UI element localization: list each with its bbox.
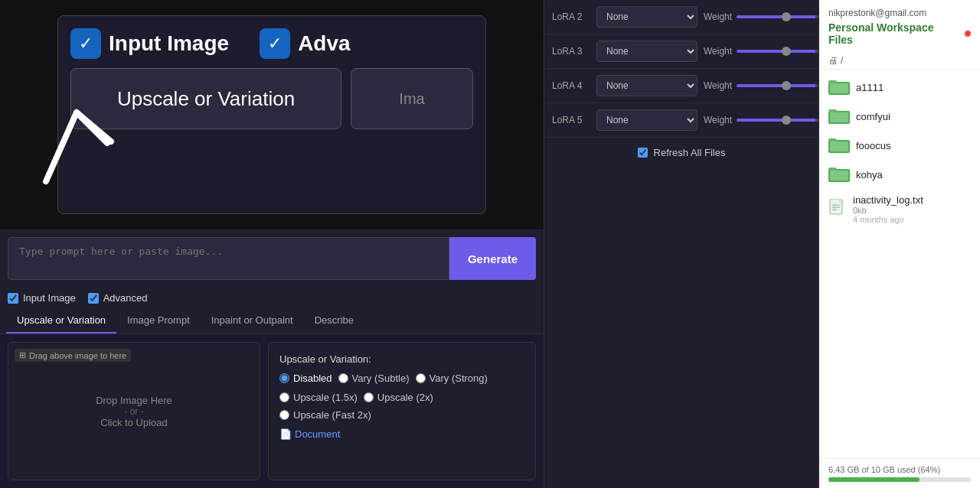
lora-3-weight-label: Weight xyxy=(704,46,732,57)
or-text: - or - xyxy=(96,406,172,417)
radio-disabled-label: Disabled xyxy=(293,373,332,384)
advanced-preview-item: ✓ Adva xyxy=(260,28,350,59)
radio-upscale-2-input[interactable] xyxy=(364,392,374,402)
tab-upscale-variation[interactable]: Upscale or Variation xyxy=(6,308,116,333)
radio-upscale-1-5[interactable]: Upscale (1.5x) xyxy=(279,392,358,403)
file-item-comfyui[interactable]: comfyui xyxy=(819,102,980,131)
lora-4-select[interactable]: None xyxy=(596,75,697,96)
folder-icon-comfyui xyxy=(828,107,850,125)
input-image-preview-label: Input Image xyxy=(109,31,229,56)
radio-upscale-2[interactable]: Upscale (2x) xyxy=(364,392,433,403)
drop-zone[interactable]: ⊞ Drag above image to here Drop Image He… xyxy=(8,342,260,480)
file-item-inactivity-log[interactable]: inactivity_log.txt 0kb 4 months ago xyxy=(819,189,980,229)
svg-rect-5 xyxy=(828,109,837,112)
radio-upscale-fast-2[interactable]: Upscale (Fast 2x) xyxy=(279,409,371,421)
radio-upscale-fast-2-input[interactable] xyxy=(279,410,289,420)
variation-title: Upscale or Variation: xyxy=(279,353,524,365)
svg-rect-8 xyxy=(828,138,837,142)
storage-bar-area: 6.43 GB of 10 GB used (64%) xyxy=(819,458,980,488)
lora-5-label: LoRA 5 xyxy=(552,115,590,125)
workspace-title: Personal Workspace Files xyxy=(819,20,980,52)
breadcrumb-separator: / xyxy=(841,55,843,66)
radio-disabled-input[interactable] xyxy=(279,373,289,383)
advanced-check-icon: ✓ xyxy=(260,28,290,59)
preview-top-row: ✓ Input Image ✓ Adva xyxy=(70,28,473,59)
drop-text: Drop Image Here - or - Click to Upload xyxy=(96,395,172,428)
checkboxes-row: Input Image Advanced xyxy=(0,288,544,308)
radio-vary-strong-input[interactable] xyxy=(416,373,426,383)
file-name-inactivity-log: inactivity_log.txt xyxy=(853,194,923,206)
lora-4-weight-slider[interactable] xyxy=(737,84,819,87)
input-image-checkbox-item[interactable]: Input Image xyxy=(8,292,76,304)
svg-rect-11 xyxy=(828,168,837,171)
radio-upscale-1-5-input[interactable] xyxy=(279,392,289,402)
user-email: nikprestonk@gmail.com xyxy=(819,0,980,20)
tab-inpaint-outpaint[interactable]: Inpaint or Outpaint xyxy=(201,308,304,333)
file-item-fooocus[interactable]: fooocus xyxy=(819,131,980,160)
doc-icon: 📄 xyxy=(279,428,292,440)
workspace-status-dot xyxy=(965,31,971,37)
refresh-row: Refresh All Files xyxy=(544,138,818,168)
lora-4-label: LoRA 4 xyxy=(552,80,590,91)
refresh-checkbox[interactable] xyxy=(638,148,648,158)
right-panel: nikprestonk@gmail.com Personal Workspace… xyxy=(819,0,980,488)
lora-2-weight-label: Weight xyxy=(704,11,732,22)
left-panel: ✓ Input Image ✓ Adva Upscale or Variatio… xyxy=(0,0,544,488)
radio-vary-strong[interactable]: Vary (Strong) xyxy=(416,373,488,384)
folder-icon-a1111 xyxy=(828,78,850,96)
svg-rect-14 xyxy=(839,199,842,202)
lora-2-select[interactable]: None xyxy=(596,6,697,28)
radio-disabled[interactable]: Disabled xyxy=(279,373,332,384)
file-name-fooocus: fooocus xyxy=(856,140,891,151)
preview-area: ✓ Input Image ✓ Adva Upscale or Variatio… xyxy=(0,0,544,229)
prompt-input[interactable] xyxy=(8,237,449,280)
radio-upscale-2-label: Upscale (2x) xyxy=(377,392,433,403)
advanced-checkbox-label: Advanced xyxy=(103,292,148,304)
document-link[interactable]: 📄 Document xyxy=(279,428,524,440)
generate-button[interactable]: Generate xyxy=(449,237,536,280)
storage-bar-bg xyxy=(828,477,971,482)
lora-row-3: LoRA 3 None Weight 1 xyxy=(544,34,818,69)
tab-describe[interactable]: Describe xyxy=(304,308,364,333)
folder-icon-fooocus xyxy=(828,136,850,155)
advanced-checkbox-item[interactable]: Advanced xyxy=(88,292,148,304)
radio-vary-subtle-input[interactable] xyxy=(338,373,348,383)
variation-panel: Upscale or Variation: Disabled Vary (Sub… xyxy=(268,342,536,480)
file-item-a1111[interactable]: a1111 xyxy=(819,73,980,102)
lora-5-weight-slider[interactable] xyxy=(737,119,819,122)
radio-upscale-1-5-label: Upscale (1.5x) xyxy=(293,392,358,403)
variation-radio-group-row2: Upscale (1.5x) Upscale (2x) Upscale (Fas… xyxy=(279,392,524,421)
file-icon-inactivity-log xyxy=(828,199,847,220)
file-size-inactivity-log: 0kb xyxy=(853,206,923,215)
lora-5-select[interactable]: None xyxy=(596,109,697,131)
breadcrumb: 🖨 / xyxy=(819,52,980,70)
svg-rect-3 xyxy=(830,83,848,93)
drag-badge: ⊞ Drag above image to here xyxy=(15,349,131,362)
file-name-comfyui: comfyui xyxy=(856,111,890,122)
variation-radio-group-row1: Disabled Vary (Subtle) Vary (Strong) xyxy=(279,373,524,384)
tab-image-prompt[interactable]: Image Prompt xyxy=(116,308,201,333)
lora-4-weight-label: Weight xyxy=(704,80,732,91)
doc-link-text: Document xyxy=(295,428,340,440)
lora-2-weight-slider[interactable] xyxy=(737,15,819,18)
lora-3-label: LoRA 3 xyxy=(552,46,590,57)
middle-panel: LoRA 2 None Weight 1 LoRA 3 None Weight … xyxy=(544,0,819,488)
breadcrumb-printer-icon: 🖨 xyxy=(828,55,838,66)
tab-content: ⊞ Drag above image to here Drop Image He… xyxy=(0,334,544,488)
image-preview-btn[interactable]: Ima xyxy=(351,68,473,129)
lora-row-4: LoRA 4 None Weight 1 xyxy=(544,69,818,103)
preview-bottom-row: Upscale or Variation Ima xyxy=(70,68,473,129)
radio-vary-subtle[interactable]: Vary (Subtle) xyxy=(338,373,410,384)
advanced-preview-label: Adva xyxy=(298,31,350,56)
lora-5-weight-label: Weight xyxy=(704,115,732,125)
refresh-label[interactable]: Refresh All Files xyxy=(654,147,726,158)
lora-3-weight-slider[interactable] xyxy=(737,50,819,53)
lora-3-select[interactable]: None xyxy=(596,41,697,62)
input-image-checkbox[interactable] xyxy=(8,293,18,304)
folder-icon-kohya xyxy=(828,165,850,184)
svg-line-0 xyxy=(77,112,111,142)
file-item-kohya[interactable]: kohya xyxy=(819,160,980,189)
file-name-kohya: kohya xyxy=(856,169,883,181)
radio-upscale-fast-2-label: Upscale (Fast 2x) xyxy=(293,409,371,421)
advanced-checkbox[interactable] xyxy=(88,293,99,304)
